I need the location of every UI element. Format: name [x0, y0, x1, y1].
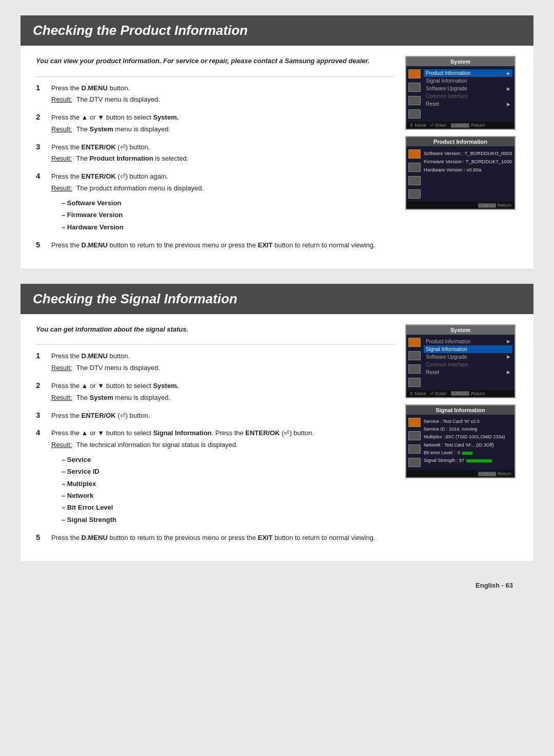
step-number: 3 [36, 142, 45, 151]
section1-screen1: System Product Information▶ Signal Info [405, 56, 516, 130]
keyword: ENTER/OK [82, 412, 116, 419]
result-label: Result: [51, 124, 72, 135]
section2-screen1: System Product Information▶ Signal Info [405, 324, 516, 398]
screen1-menu: Product Information▶ Signal Information … [424, 69, 512, 119]
step-number: 5 [36, 533, 45, 541]
tv-icon3 [408, 176, 421, 185]
step-number: 4 [36, 428, 45, 437]
section2-instructions: You can get information about the signal… [36, 324, 395, 551]
section2-step3: 3 Press the ENTER/OK (⏎) button. [36, 411, 395, 421]
menu-item-software: Software Upgrade▶ [424, 353, 512, 361]
screen2-info: Software Version : T_BORDDUKO_0003 Firmw… [424, 149, 512, 199]
step1-keyword: D.MENU [82, 84, 108, 92]
section2-step1: 1 Press the D.MENU button. Result: The D… [36, 351, 395, 374]
section2-content: You can get information about the signal… [21, 324, 533, 551]
result-text: The System menu is displayed. [76, 393, 170, 403]
tv-icon4 [408, 458, 421, 467]
section1-step5: 5 Press the D.MENU button to return to t… [36, 240, 395, 251]
step4-body: Press the ENTER/OK (⏎) button again. Res… [51, 171, 395, 233]
keyword2: ENTER/OK [245, 429, 280, 437]
step1-body: Press the D.MENU button. Result: The DTV… [51, 351, 395, 374]
screen2-title: Signal Information [406, 405, 515, 415]
section1-intro: You can view your product information. F… [36, 56, 395, 66]
screen2-footer: D.MENU Return [406, 470, 515, 477]
tv-icon2 [408, 351, 421, 360]
step2-body: Press the ▲ or ▼ button to select System… [51, 381, 395, 403]
result-label: Result: [51, 94, 72, 105]
tv-icon2 [408, 431, 421, 440]
keyword2: EXIT [258, 534, 272, 541]
section2-screenshots: System Product Information▶ Signal Info [405, 324, 518, 551]
result-label: Result: [51, 440, 72, 451]
result-label: Result: [51, 393, 72, 403]
result-label: Result: [51, 363, 72, 374]
step3-body: Press the ENTER/OK (⏎) button. [51, 411, 395, 421]
step4-result: The product information menu is displaye… [76, 183, 204, 194]
step5-keyword2: EXIT [258, 241, 272, 249]
screen1-icons [408, 69, 421, 119]
tv-icon4 [408, 189, 421, 199]
step-number: 3 [36, 411, 45, 419]
sublist-item: Service [62, 454, 395, 466]
tv-icon4 [408, 378, 421, 387]
tv-icon1 [408, 418, 421, 427]
screen1-body: Product Information▶ Signal Information … [406, 66, 515, 122]
section2-title: Checking the Signal Information [33, 291, 521, 307]
section-product-information: Checking the Product Information You can… [21, 15, 533, 268]
menu-item-reset: Reset▶ [424, 100, 512, 108]
screen1-icons [408, 338, 421, 387]
section2-title-bar: Checking the Signal Information [21, 284, 533, 314]
step2-result: The System menu is displayed. [76, 124, 170, 135]
tv-icon3 [408, 364, 421, 374]
step2-body: Press the ▲ or ▼ button to select System… [51, 112, 395, 135]
section1-screen2: Product Information Software Version : T… [405, 136, 516, 210]
tv-icon1 [408, 69, 421, 79]
section2-step5: 5 Press the D.MENU button to return to t… [36, 533, 395, 544]
screen1-title: System [406, 325, 515, 335]
tv-icon2 [408, 83, 421, 92]
keyword: System. [153, 382, 179, 390]
section1-title-bar: Checking the Product Information [21, 15, 533, 46]
tv-icon2 [408, 163, 421, 172]
section1-step1: 1 Press the D.MENU button. Result: The D… [36, 83, 395, 106]
result-text: The DTV menu is displayed. [76, 363, 160, 374]
screen1-footer: ⇕ Move ⏎ Enter D.MENU Return [406, 390, 515, 397]
step3-result: The Product Information is selected. [76, 153, 188, 164]
section1-step4: 4 Press the ENTER/OK (⏎) button again. R… [36, 171, 395, 233]
screen2-footer: D.MENU Return [406, 202, 515, 209]
screen1-title: System [406, 57, 515, 66]
screen1-body: Product Information▶ Signal Information … [406, 335, 515, 390]
step3-keyword: ENTER/OK [82, 143, 116, 151]
bit-error-bar [462, 452, 472, 455]
step-number: 4 [36, 171, 45, 180]
step5-keyword1: D.MENU [82, 241, 108, 249]
tv-icon1 [408, 338, 421, 347]
menu-item-product: Product Information▶ [424, 338, 512, 345]
signal-strength-bar [466, 459, 492, 462]
step-number: 2 [36, 381, 45, 390]
menu-item-common: Common Interface [424, 361, 512, 369]
section1-instructions: You can view your product information. F… [36, 56, 395, 258]
section1-step3: 3 Press the ENTER/OK (⏎) button. Result:… [36, 142, 395, 165]
screen2-title: Product Information [406, 137, 515, 146]
section2-intro: You can get information about the signal… [36, 324, 395, 335]
step-number: 2 [36, 112, 45, 121]
result-label: Result: [51, 153, 72, 164]
bit-error-row: Bit error Level : 0 [424, 449, 512, 457]
keyword: D.MENU [82, 352, 108, 360]
screen2-signal-info: Service : Test Card 'M' v2.0 Service ID … [424, 418, 512, 467]
tv-icon4 [408, 109, 421, 119]
keyword1: Signal Information [153, 429, 211, 437]
screen2-icons [408, 149, 421, 199]
sublist-item: Network [62, 490, 395, 501]
screen2-body: Software Version : T_BORDDUKO_0003 Firmw… [406, 146, 515, 202]
section2-step2: 2 Press the ▲ or ▼ button to select Syst… [36, 381, 395, 403]
sublist-item: Firmware Version [62, 209, 395, 221]
sublist-item: Signal Strength [62, 514, 395, 526]
sublist-item: Hardware Version [62, 221, 395, 233]
step4-sublist: Software Version Firmware Version Hardwa… [62, 197, 395, 233]
tv-icon1 [408, 149, 421, 159]
screen2-icons [408, 418, 421, 467]
step4-keyword: ENTER/OK [82, 172, 116, 180]
menu-item-signal: Signal Information [424, 345, 512, 353]
